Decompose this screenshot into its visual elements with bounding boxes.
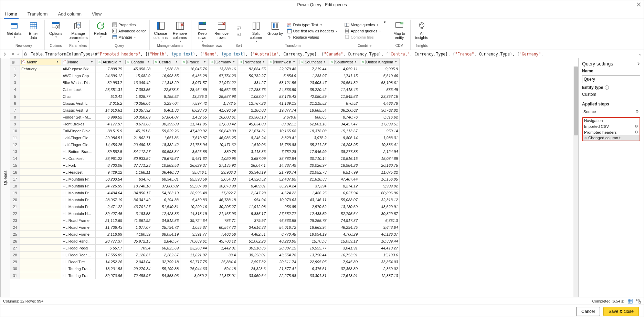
cell[interactable]: 46,533.58: [267, 217, 297, 224]
cell[interactable]: 7,597.42: [180, 100, 209, 107]
row-number[interactable]: 17: [10, 176, 20, 183]
cell[interactable]: All-Purpose Bik...: [61, 65, 96, 72]
cell[interactable]: 80,933.84: [124, 155, 152, 162]
cell[interactable]: 75,044.63: [180, 265, 209, 272]
cell[interactable]: 8,071.57: [180, 79, 209, 86]
column-filter-dropdown[interactable]: ▼: [232, 60, 236, 63]
cell[interactable]: 22,052.73: [298, 169, 328, 176]
cell[interactable]: 7,610.87: [180, 134, 209, 141]
cell[interactable]: Cable Lock: [61, 86, 96, 93]
cell[interactable]: 14,320.52: [237, 176, 267, 183]
cell[interactable]: 25,884.4: [209, 258, 237, 265]
cell[interactable]: 39,427.45: [96, 210, 124, 217]
refresh-button[interactable]: Refresh: [92, 20, 109, 39]
table-row[interactable]: 21HL Mountain Fr...2,471.2243,701.2751,5…: [10, 203, 400, 210]
cell[interactable]: 3,976.2: [298, 134, 328, 141]
cell[interactable]: 30,399.89: [152, 121, 180, 127]
cell[interactable]: 14,313.19: [180, 210, 209, 217]
cell[interactable]: 62,001.16: [298, 121, 328, 127]
cell[interactable]: 9,648.64: [359, 224, 400, 231]
cell[interactable]: 8,185.52: [152, 93, 180, 100]
cell[interactable]: 39,582.5: [96, 148, 124, 155]
save-close-button[interactable]: Save & close: [603, 307, 639, 316]
cell[interactable]: 15,193.6: [359, 252, 400, 258]
cell[interactable]: AWC Logo Cap: [61, 72, 96, 79]
row-number[interactable]: 21: [10, 203, 20, 210]
cell[interactable]: 24,396.12: [96, 72, 124, 79]
text-type-icon[interactable]: ABC: [63, 60, 67, 64]
cell[interactable]: 84,112.27: [124, 148, 152, 155]
options-button[interactable]: Options: [47, 20, 65, 39]
cell[interactable]: 11,912.08: [237, 203, 267, 210]
cell[interactable]: 25,794.72: [152, 224, 180, 231]
cell[interactable]: 13,130.69: [328, 203, 359, 210]
cell[interactable]: 17,839.51: [359, 121, 400, 127]
cell[interactable]: [20, 224, 61, 231]
cell[interactable]: 11,378.01: [209, 272, 237, 279]
step-changed-column-types[interactable]: ✕Changed column t...: [583, 135, 640, 141]
currency-type-icon[interactable]: $: [182, 60, 187, 64]
cell[interactable]: 37,394: [298, 183, 328, 190]
cell[interactable]: 3,626.88: [180, 148, 209, 155]
cell[interactable]: 46,126.37: [359, 231, 400, 238]
cell[interactable]: 2,247.28: [237, 190, 267, 196]
cell[interactable]: 55,507.98: [180, 183, 209, 190]
cell[interactable]: HL Headset: [61, 169, 96, 176]
cell[interactable]: 47,487.44: [328, 176, 359, 183]
cell[interactable]: 21,465.93: [209, 210, 237, 217]
column-header-united-kingdom[interactable]: $United Kingdom▼: [359, 59, 400, 65]
table-row[interactable]: 12Half-Finger Glo...14,456.2520,490.1518…: [10, 141, 400, 148]
cell[interactable]: HL Mountain Fr...: [61, 203, 96, 210]
column-filter-dropdown[interactable]: ▼: [90, 60, 94, 63]
cell[interactable]: 60,593.84: [152, 148, 180, 155]
table-row[interactable]: 10Full-Finger Glov...38,515.945,191.659,…: [10, 127, 400, 134]
cell[interactable]: 30,205.27: [209, 203, 237, 210]
cell[interactable]: 30,710.14: [298, 155, 328, 162]
table-row[interactable]: 15HL Fork8,703.0637,771.2310,589.5826,62…: [10, 162, 400, 169]
cell[interactable]: 18,378.08: [298, 127, 328, 134]
cell[interactable]: HL Mountain Fr...: [61, 183, 96, 190]
cell[interactable]: 1,536.63: [152, 65, 180, 72]
cell[interactable]: 16,808.61: [209, 114, 237, 121]
cell[interactable]: 25,587.98: [209, 93, 237, 100]
cell[interactable]: 36,448.33: [152, 169, 180, 176]
currency-type-icon[interactable]: $: [154, 60, 158, 64]
cell[interactable]: 39,724.64: [180, 217, 209, 224]
cell[interactable]: 43,629.91: [359, 203, 400, 210]
cell[interactable]: 786.71: [209, 217, 237, 224]
cell[interactable]: 2,124.94: [359, 148, 400, 155]
text-type-icon[interactable]: ABC: [21, 60, 26, 64]
table-row[interactable]: 6Classic Vest, L2,015.240,356.043,297.04…: [10, 100, 400, 107]
cell[interactable]: Fender Set - M...: [61, 114, 96, 121]
choose-columns-button[interactable]: Choose columns: [152, 20, 170, 43]
keep-rows-button[interactable]: Keep rows: [193, 20, 211, 43]
cell[interactable]: HL Bottom Brac...: [61, 148, 96, 155]
cell[interactable]: 380.78: [209, 148, 237, 155]
cell[interactable]: 23,268.44: [180, 245, 209, 252]
get-data-button[interactable]: Get data: [5, 20, 23, 39]
cell[interactable]: 888.65: [298, 114, 328, 121]
row-number[interactable]: 28: [10, 252, 20, 258]
cell[interactable]: 10,516.15: [328, 155, 359, 162]
cell[interactable]: 11,741.95: [180, 121, 209, 127]
cell[interactable]: 510.41: [96, 93, 124, 100]
cell[interactable]: [20, 72, 61, 79]
cell[interactable]: 18,685.54: [298, 107, 328, 114]
cell[interactable]: 3,193.58: [124, 210, 152, 217]
cell[interactable]: 17,613.91: [328, 272, 359, 279]
cell[interactable]: 7,945.89: [328, 258, 359, 265]
cell[interactable]: 5,486.28: [180, 72, 209, 79]
cell[interactable]: 15,113.67: [328, 127, 359, 134]
cell[interactable]: 1,288.97: [298, 72, 328, 79]
cell[interactable]: 4,700.29: [328, 231, 359, 238]
cell[interactable]: 53,175.43: [267, 93, 297, 100]
cell[interactable]: Chain: [61, 93, 96, 100]
cell[interactable]: 28,464.89: [180, 86, 209, 93]
currency-type-icon[interactable]: $: [361, 60, 366, 64]
cell[interactable]: [20, 148, 61, 155]
cell[interactable]: HL Road Pedal: [61, 245, 96, 252]
currency-type-icon[interactable]: $: [210, 60, 215, 64]
cell[interactable]: 1,510.06: [237, 141, 267, 148]
cell[interactable]: 26,047.1: [237, 162, 267, 169]
row-number[interactable]: 30: [10, 265, 20, 272]
